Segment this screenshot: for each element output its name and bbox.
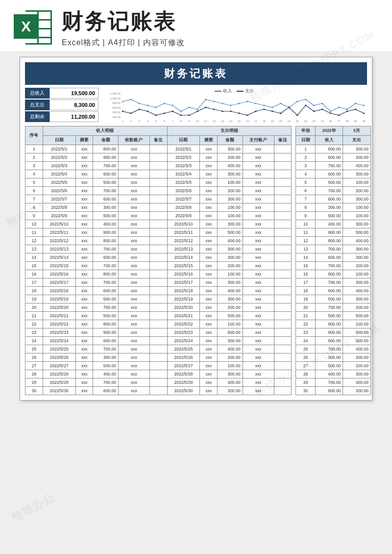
table-row: 9500.00100.00	[296, 212, 371, 220]
col-seq: 序号	[25, 126, 43, 145]
col-account-in: 收款账户	[118, 136, 149, 145]
total-expense-label: 总支出	[25, 100, 49, 110]
table-row: 52022/5/5xxx500.00xxx2022/5/5xxx100.00xx…	[25, 178, 292, 187]
svg-text:5: 5	[155, 120, 157, 123]
table-row: 122022/5/12xxx800.00xxx2022/5/12xxx400.0…	[25, 237, 292, 245]
table-row: 7600.00300.00	[296, 195, 371, 203]
svg-point-45	[196, 108, 198, 110]
side-table: 年份 2022年 5月 日期 收入 支出 1800.00300.002900.0…	[295, 126, 371, 395]
svg-point-60	[321, 102, 323, 104]
svg-point-77	[213, 108, 215, 110]
svg-point-52	[255, 102, 256, 104]
line-chart: 收入 支出 1,200.001,000.00800.00600.00400.00…	[101, 88, 367, 123]
table-row: 102022/5/10xxx400.00xxx2022/5/10xxx300.0…	[25, 220, 292, 228]
table-row: 192022/5/19xxx500.00xxx2022/5/19xxx300.0…	[25, 295, 292, 303]
svg-point-86	[288, 106, 290, 108]
col-account-out: 支付账户	[243, 136, 274, 145]
table-row: 18600.00400.00	[296, 287, 371, 295]
table-row: 32022/5/3xxx700.00xxx2022/5/3xxx400.00xx…	[25, 162, 292, 170]
main-table: 序号 收入明细 支出明细 日期 摘要 金额 收款账户 备注 日期 摘要	[25, 126, 292, 395]
table-row: 29700.00400.00	[296, 378, 371, 387]
table-row: 28400.00300.00	[296, 370, 371, 378]
svg-text:600.00: 600.00	[112, 106, 121, 109]
svg-text:10: 10	[196, 120, 199, 123]
col-date: 日期	[43, 136, 75, 145]
svg-text:4: 4	[147, 120, 148, 123]
svg-point-41	[163, 102, 165, 104]
svg-point-89	[313, 110, 315, 112]
table-row: 15700.00200.00	[296, 262, 371, 270]
svg-point-94	[355, 108, 356, 110]
table-row: 182022/5/18xxx600.00xxx2022/5/18xxx400.0…	[25, 287, 292, 295]
svg-point-84	[271, 110, 273, 112]
svg-text:3: 3	[139, 120, 140, 123]
table-row: 11900.00500.00	[296, 228, 371, 237]
svg-point-46	[205, 99, 206, 100]
page-header: X 财务记账表 Excel格式 | A4打印 | 内容可修改	[0, 0, 392, 51]
table-row: 16800.00100.00	[296, 270, 371, 278]
svg-text:7: 7	[172, 120, 173, 123]
table-row: 21500.00500.00	[296, 312, 371, 320]
table-row: 132022/5/13xxx700.00xxx2022/5/13xxx300.0…	[25, 245, 292, 253]
svg-point-90	[321, 108, 323, 110]
year-value: 2022年	[315, 126, 343, 136]
svg-point-70	[155, 114, 157, 116]
col-summary: 摘要	[75, 136, 93, 145]
table-row: 22800.00100.00	[296, 320, 371, 328]
svg-text:9: 9	[189, 120, 190, 123]
table-row: 24600.00300.00	[296, 337, 371, 345]
svg-text:28: 28	[346, 120, 349, 123]
svg-point-48	[221, 102, 223, 104]
excel-icon: X	[14, 8, 53, 47]
table-row: 112022/5/11xxx900.00xxx2022/5/11xxx500.0…	[25, 228, 292, 237]
svg-point-64	[355, 102, 356, 104]
svg-point-51	[246, 101, 248, 102]
svg-point-66	[122, 110, 123, 112]
table-row: 272022/5/27xxx500.00xxx2022/5/27xxx100.0…	[25, 362, 292, 370]
table-row: 202022/5/20xxx700.00xxx2022/5/20xxx200.0…	[25, 303, 292, 312]
svg-point-88	[305, 104, 306, 106]
summary-block: 总收入 19,500.00 总支出 8,300.00 总剩余 11,200.00	[25, 88, 98, 123]
svg-text:8: 8	[180, 120, 182, 123]
svg-text:1,200.00: 1,200.00	[110, 92, 121, 95]
svg-text:21: 21	[288, 120, 291, 123]
svg-point-53	[263, 104, 265, 106]
svg-point-82	[255, 110, 256, 112]
svg-text:20: 20	[279, 120, 282, 123]
svg-text:17: 17	[254, 120, 257, 123]
svg-text:23: 23	[304, 120, 307, 123]
svg-text:6: 6	[164, 120, 165, 123]
svg-point-73	[180, 114, 181, 116]
svg-text:24: 24	[313, 120, 316, 123]
table-row: 162022/5/16xxx800.00xxx2022/5/16xxx100.0…	[25, 270, 292, 278]
svg-point-38	[139, 102, 140, 104]
svg-point-68	[139, 108, 140, 110]
svg-point-40	[155, 106, 157, 108]
svg-point-63	[346, 108, 348, 110]
svg-text:26: 26	[329, 120, 332, 123]
table-row: 302022/5/30xxx600.00xxx2022/5/30xxx200.0…	[25, 387, 292, 395]
svg-point-57	[296, 101, 298, 102]
table-row: 25700.00400.00	[296, 345, 371, 353]
table-row: 27500.00100.00	[296, 362, 371, 370]
table-row: 1800.00300.00	[296, 145, 371, 153]
svg-point-37	[130, 99, 132, 100]
table-row: 172022/5/17xxx700.00xxx2022/5/17xxx300.0…	[25, 278, 292, 287]
table-row: 142022/5/14xxx600.00xxx2022/5/14xxx300.0…	[25, 253, 292, 262]
col-income-r: 收入	[315, 136, 343, 145]
table-row: 232022/5/23xxx900.00xxx2022/5/23xxx600.0…	[25, 328, 292, 337]
table-row: 62022/5/6xxx700.00xxx2022/5/6xxx200.00xx…	[25, 187, 292, 195]
total-income-label: 总收入	[25, 88, 49, 99]
col-date-out: 日期	[167, 136, 200, 145]
svg-text:19: 19	[271, 120, 274, 123]
svg-point-42	[172, 104, 173, 106]
svg-point-83	[263, 108, 265, 110]
svg-text:11: 11	[204, 120, 207, 123]
svg-point-47	[213, 101, 215, 102]
table-row: 212022/5/21xxx500.00xxx2022/5/21xxx500.0…	[25, 312, 292, 320]
table-row: 14600.00300.00	[296, 253, 371, 262]
table-row: 82022/5/8xxx300.00xxx2022/5/8xxx100.00xx…	[25, 203, 292, 212]
table-row: 22022/5/2xxx900.00xxx2022/5/2xxx200.00xx…	[25, 153, 292, 162]
svg-point-62	[338, 106, 340, 108]
col-remark-out: 备注	[274, 136, 292, 145]
